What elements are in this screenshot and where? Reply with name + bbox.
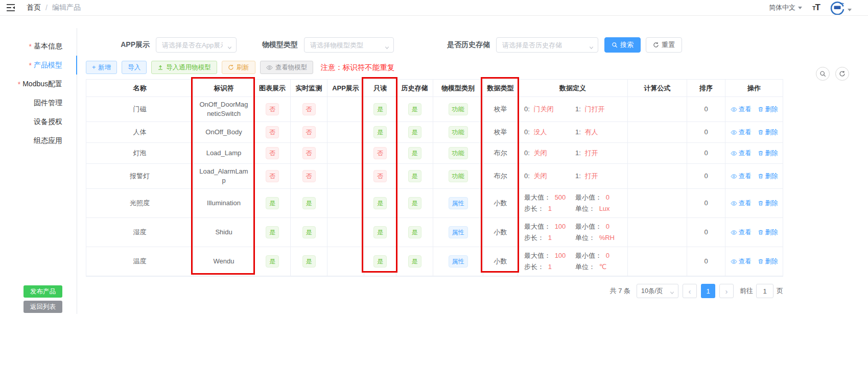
trash-action-link[interactable]: 删除 bbox=[758, 257, 778, 266]
table-row-5: 光照度Illumination是是是是属性小数最大值： 500最小值： 0步长：… bbox=[86, 189, 783, 218]
cell-actions: 查看删除 bbox=[725, 97, 783, 121]
toggle-search-button[interactable] bbox=[816, 67, 830, 81]
trash-action-link[interactable]: 删除 bbox=[758, 149, 778, 158]
trash-action-link[interactable]: 删除 bbox=[758, 172, 778, 181]
table-row-3: 灯泡Load_Lamp否否否是功能布尔0: 关闭1: 打开0查看删除 bbox=[86, 143, 783, 164]
user-menu[interactable] bbox=[830, 1, 852, 15]
cell-sort: 0 bbox=[687, 97, 725, 121]
cell-datatype: 布尔 bbox=[483, 143, 518, 163]
app-display-select[interactable] bbox=[156, 37, 237, 53]
sidebar-tab-2[interactable]: *产品模型 bbox=[0, 56, 77, 75]
eye-action-link[interactable]: 查看 bbox=[731, 128, 752, 137]
eye-action-link[interactable]: 查看 bbox=[731, 257, 752, 266]
action-label: 删除 bbox=[765, 228, 778, 237]
model-type-select-input[interactable] bbox=[304, 37, 394, 53]
cell-history: 是 bbox=[396, 218, 433, 247]
col-header-identifier: 标识符 bbox=[194, 80, 254, 96]
sidebar-tab-4[interactable]: 固件管理 bbox=[0, 93, 77, 112]
tag-chart: 是 bbox=[266, 226, 279, 238]
prev-page-button[interactable]: ‹ bbox=[683, 284, 697, 298]
trash-action-link[interactable]: 删除 bbox=[758, 128, 778, 137]
refresh-button[interactable]: 刷新 bbox=[222, 61, 255, 74]
action-label: 查看 bbox=[739, 228, 752, 237]
model-type-select[interactable] bbox=[304, 37, 394, 53]
action-label: 删除 bbox=[765, 105, 778, 114]
search-button[interactable]: 搜索 bbox=[604, 37, 641, 53]
definition-pair: 0: 关闭 bbox=[524, 149, 575, 158]
page-size-select[interactable]: 10条/页 bbox=[637, 284, 678, 298]
eye-icon bbox=[266, 64, 273, 71]
cell-realtime: 是 bbox=[291, 189, 327, 217]
cell-category: 属性 bbox=[433, 247, 483, 276]
eye-action-link[interactable]: 查看 bbox=[731, 149, 752, 158]
history-storage-select[interactable] bbox=[496, 37, 598, 53]
cell-chart: 否 bbox=[254, 143, 291, 163]
tag-readonly: 是 bbox=[373, 255, 387, 267]
sidebar-tab-3[interactable]: *Modbus配置 bbox=[0, 75, 77, 93]
refresh-table-button[interactable] bbox=[835, 67, 849, 81]
filter-label-history-storage: 是否历史存储 bbox=[440, 40, 490, 50]
eye-action-link[interactable]: 查看 bbox=[731, 199, 752, 208]
eye-action-link[interactable]: 查看 bbox=[731, 172, 752, 181]
import-common-model-button[interactable]: 导入通用物模型 bbox=[151, 61, 217, 74]
tag-history: 是 bbox=[408, 126, 421, 138]
action-label: 删除 bbox=[765, 257, 778, 266]
cell-category: 功能 bbox=[433, 143, 483, 163]
cell-realtime: 是 bbox=[291, 218, 327, 247]
tag-readonly: 是 bbox=[373, 197, 387, 209]
tag-history: 是 bbox=[408, 255, 421, 267]
filter-bar: APP展示 物模型类型 是否历史存储 搜索 重置 bbox=[86, 37, 682, 53]
font-size-icon[interactable]: TT bbox=[812, 3, 820, 13]
action-label: 查看 bbox=[739, 199, 752, 208]
definition-value: 没人 bbox=[533, 128, 547, 136]
trash-action-link[interactable]: 删除 bbox=[758, 105, 778, 114]
publish-product-button[interactable]: 发布产品 bbox=[24, 285, 62, 298]
tag-realtime: 是 bbox=[302, 197, 316, 209]
filter-label-model-type: 物模型类型 bbox=[255, 40, 298, 50]
breadcrumb-home[interactable]: 首页 bbox=[27, 3, 41, 12]
app-display-select-input[interactable] bbox=[156, 37, 237, 53]
cell-category: 功能 bbox=[433, 122, 483, 142]
tag-realtime: 是 bbox=[302, 255, 316, 267]
cell-app bbox=[327, 218, 364, 247]
sidebar-tab-1[interactable]: *基本信息 bbox=[0, 37, 77, 56]
add-button[interactable]: + 新增 bbox=[86, 61, 117, 74]
cell-actions: 查看删除 bbox=[725, 218, 783, 247]
language-selector[interactable]: 简体中文 bbox=[769, 3, 802, 12]
sidebar-tab-5[interactable]: 设备授权 bbox=[0, 112, 77, 131]
cell-sort: 0 bbox=[687, 164, 725, 188]
definition-pair: 单位： Lux bbox=[575, 204, 626, 213]
definition-label: 1: bbox=[575, 105, 582, 113]
cell-identifier: Wendu bbox=[194, 247, 254, 276]
definition-value: ℃ bbox=[599, 263, 607, 271]
next-page-button[interactable]: › bbox=[719, 284, 734, 298]
cell-readonly: 是 bbox=[364, 97, 396, 121]
history-storage-select-input[interactable] bbox=[496, 37, 598, 53]
trash-icon bbox=[758, 129, 764, 135]
page-jump-input[interactable] bbox=[756, 284, 773, 298]
eye-icon bbox=[731, 150, 737, 157]
back-to-list-button[interactable]: 返回列表 bbox=[24, 301, 62, 313]
cell-name: 灯泡 bbox=[86, 143, 194, 163]
trash-action-link[interactable]: 删除 bbox=[758, 199, 778, 208]
sidebar-tab-6[interactable]: 组态应用 bbox=[0, 131, 77, 150]
cell-category: 功能 bbox=[433, 164, 483, 188]
cell-identifier: OnOff_Body bbox=[194, 122, 254, 142]
view-model-button[interactable]: 查看物模型 bbox=[260, 61, 314, 74]
data-definition-line: 0: 关闭1: 打开 bbox=[524, 172, 626, 181]
total-count: 共 7 条 bbox=[610, 286, 630, 296]
tag-history: 是 bbox=[408, 170, 421, 182]
page-number-1[interactable]: 1 bbox=[701, 284, 715, 298]
col-header-datadef: 数据定义 bbox=[518, 80, 628, 96]
refresh-icon bbox=[228, 64, 234, 70]
trash-action-link[interactable]: 删除 bbox=[758, 228, 778, 237]
thing-model-table: 名称标识符图表展示实时监测APP展示只读历史存储物模型类别数据类型数据定义计算公… bbox=[86, 79, 783, 277]
sidebar-toggle-icon[interactable] bbox=[6, 3, 16, 12]
eye-action-link[interactable]: 查看 bbox=[731, 105, 752, 114]
reset-button[interactable]: 重置 bbox=[646, 37, 682, 53]
tag-category: 功能 bbox=[449, 103, 468, 115]
tag-chart: 否 bbox=[266, 126, 279, 138]
eye-action-link[interactable]: 查看 bbox=[731, 228, 752, 237]
import-button[interactable]: 导入 bbox=[122, 61, 147, 74]
tag-realtime: 否 bbox=[302, 103, 316, 115]
